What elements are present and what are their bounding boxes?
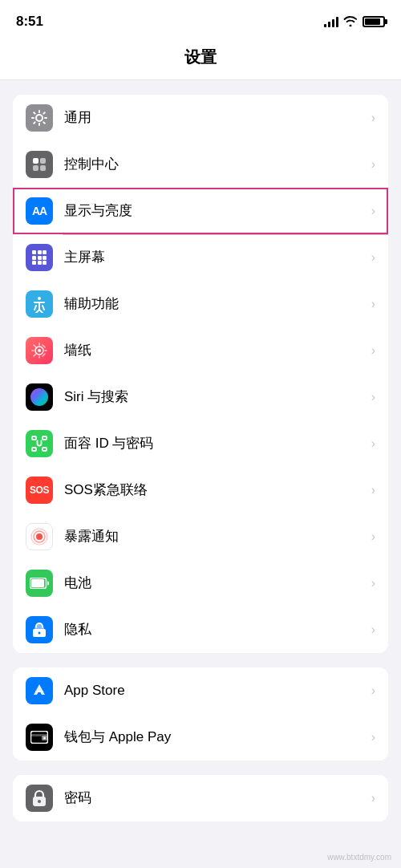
svg-point-30: [38, 632, 41, 635]
privacy-label: 隐私: [64, 621, 365, 639]
wifi-icon: [343, 15, 358, 29]
svg-point-24: [36, 533, 43, 540]
faceid-chevron: ›: [371, 436, 375, 451]
privacy-chevron: ›: [371, 623, 375, 637]
home-screen-icon: [26, 244, 53, 271]
wallet-chevron: ›: [371, 730, 375, 744]
third-settings-section: 密码 ›: [13, 775, 388, 821]
svg-point-37: [38, 800, 41, 803]
exposure-icon: [26, 523, 53, 550]
wallet-label: 钱包与 Apple Pay: [64, 728, 365, 746]
siri-label: Siri 与搜索: [64, 388, 365, 406]
password-icon: [26, 785, 53, 812]
accessibility-chevron: ›: [371, 297, 375, 311]
password-chevron: ›: [371, 791, 375, 805]
settings-item-exposure[interactable]: 暴露通知 ›: [13, 513, 388, 560]
svg-rect-5: [32, 250, 36, 254]
svg-rect-11: [32, 261, 36, 265]
exposure-label: 暴露通知: [64, 528, 365, 546]
control-center-chevron: ›: [371, 157, 375, 172]
svg-rect-10: [43, 256, 47, 260]
svg-rect-7: [43, 250, 47, 254]
display-icon: AA: [26, 197, 53, 225]
page-title: 设置: [0, 39, 401, 80]
general-icon: [26, 104, 53, 132]
siri-icon: [26, 383, 53, 411]
faceid-label: 面容 ID 与密码: [64, 435, 365, 452]
general-label: 通用: [64, 109, 365, 127]
settings-item-control-center[interactable]: 控制中心 ›: [13, 141, 388, 188]
display-chevron: ›: [371, 204, 375, 218]
status-icons: [324, 15, 385, 29]
signal-icon: [324, 16, 338, 27]
sos-chevron: ›: [371, 483, 375, 497]
general-chevron: ›: [371, 111, 375, 125]
svg-rect-3: [33, 165, 38, 171]
control-center-label: 控制中心: [64, 156, 365, 173]
battery-settings-icon: [26, 570, 53, 597]
settings-item-faceid[interactable]: 面容 ID 与密码 ›: [13, 420, 388, 467]
svg-rect-1: [33, 158, 38, 164]
svg-rect-28: [31, 579, 44, 587]
password-label: 密码: [64, 789, 365, 807]
svg-rect-21: [43, 448, 47, 451]
wallpaper-label: 墙纸: [64, 342, 365, 359]
svg-rect-19: [43, 436, 47, 440]
appstore-chevron: ›: [371, 683, 375, 698]
accessibility-icon: [26, 290, 53, 318]
watermark: www.btxtdmy.com: [327, 853, 391, 862]
settings-item-wallet[interactable]: 钱包与 Apple Pay ›: [13, 714, 388, 761]
siri-chevron: ›: [371, 390, 375, 404]
svg-rect-13: [43, 261, 47, 265]
settings-item-siri[interactable]: Siri 与搜索 ›: [13, 374, 388, 420]
battery-chevron: ›: [371, 576, 375, 590]
faceid-icon: [26, 430, 53, 457]
svg-rect-18: [32, 436, 36, 440]
home-screen-label: 主屏幕: [64, 249, 365, 266]
svg-rect-4: [40, 165, 46, 171]
wallet-icon: [26, 724, 53, 751]
settings-item-general[interactable]: 通用 ›: [13, 95, 388, 141]
svg-point-14: [38, 297, 41, 300]
settings-item-display[interactable]: AA 显示与亮度 ›: [13, 188, 388, 234]
exposure-chevron: ›: [371, 529, 375, 544]
settings-item-home-screen[interactable]: 主屏幕 ›: [13, 234, 388, 281]
accessibility-label: 辅助功能: [64, 295, 365, 313]
settings-item-privacy[interactable]: 隐私 ›: [13, 606, 388, 653]
svg-point-17: [38, 349, 41, 352]
control-center-icon: [26, 151, 53, 178]
svg-point-0: [36, 115, 43, 121]
battery-icon: [363, 16, 385, 27]
main-settings-section: 通用 › 控制中心 › AA 显示与亮度 ›: [13, 95, 388, 653]
appstore-icon: [26, 677, 53, 704]
svg-rect-9: [38, 256, 42, 260]
svg-rect-2: [40, 158, 46, 164]
svg-rect-20: [32, 448, 36, 451]
svg-rect-8: [32, 256, 36, 260]
svg-rect-12: [38, 261, 42, 265]
sos-icon: SOS: [26, 477, 53, 504]
settings-item-battery[interactable]: 电池 ›: [13, 560, 388, 606]
home-screen-chevron: ›: [371, 250, 375, 265]
display-label: 显示与亮度: [64, 202, 365, 220]
second-settings-section: App Store › 钱包与 Apple Pay ›: [13, 667, 388, 761]
settings-item-password[interactable]: 密码 ›: [13, 775, 388, 821]
settings-item-accessibility[interactable]: 辅助功能 ›: [13, 281, 388, 327]
battery-label: 电池: [64, 574, 365, 592]
svg-rect-6: [38, 250, 42, 254]
status-time: 8:51: [16, 14, 43, 30]
sos-label: SOS紧急联络: [64, 481, 365, 499]
wallpaper-icon: [26, 337, 53, 364]
settings-item-sos[interactable]: SOS SOS紧急联络 ›: [13, 467, 388, 513]
appstore-label: App Store: [64, 682, 365, 700]
status-bar: 8:51: [0, 0, 401, 39]
svg-point-35: [43, 737, 46, 740]
privacy-icon: [26, 616, 53, 643]
settings-item-wallpaper[interactable]: 墙纸 ›: [13, 327, 388, 374]
wallpaper-chevron: ›: [371, 343, 375, 358]
settings-item-appstore[interactable]: App Store ›: [13, 667, 388, 714]
